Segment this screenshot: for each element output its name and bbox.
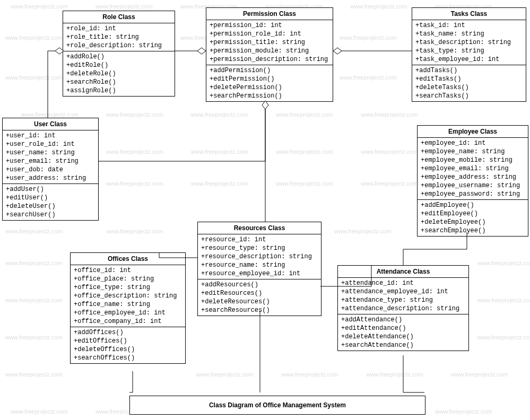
op: +deleteUser() [6, 202, 95, 211]
op: +deleteEmployee() [421, 218, 525, 226]
op: +searchResources() [201, 306, 318, 314]
watermark: www.freeprojectz.com [435, 408, 492, 415]
op: +searchUser() [6, 211, 95, 219]
class-permission: Permission Class +permission_id: int +pe… [206, 7, 333, 102]
op: +searchPermission() [210, 92, 329, 100]
op: +addOffices() [74, 328, 182, 337]
class-permission-ops: +addPermission() +editPermission() +dele… [206, 65, 333, 101]
class-attendance-title: Attendance Class [338, 266, 468, 278]
class-tasks-attrs: +task_id: int +task_name: string +task_d… [412, 20, 526, 65]
watermark: www.freeprojectz.com [276, 180, 333, 187]
op: +deleteOffices() [74, 345, 182, 354]
attr: +role_description: string [66, 41, 171, 50]
class-user-ops: +addUser() +editUser() +deleteUser() +se… [3, 184, 98, 220]
attr: +task_id: int [415, 21, 523, 30]
attr: +office_company_id: int [74, 317, 182, 326]
watermark: www.freeprojectz.com [191, 180, 248, 187]
attr: +attendance_employee_id: int [341, 287, 465, 296]
watermark: www.freeprojectz.com [361, 180, 418, 187]
watermark: www.freeprojectz.com [334, 228, 392, 234]
attr: +employee_password: string [421, 190, 525, 198]
op: +editTasks() [415, 75, 523, 83]
op: +editUser() [6, 194, 95, 202]
diagram-caption: Class Diagram of Office Management Syste… [129, 396, 425, 415]
op: +deleteAttendance() [341, 332, 465, 341]
attr: +office_id: int [74, 266, 182, 275]
watermark: www.freeprojectz.com [191, 148, 248, 155]
class-resources-attrs: +resource_id: int +resource_type: string… [198, 234, 321, 279]
watermark: www.freeprojectz.com [5, 34, 63, 41]
attr: +attendance_type: string [341, 296, 465, 304]
op: +editRole() [66, 61, 171, 69]
attr: +resource_employee_id: int [201, 269, 318, 278]
attr: +permission_id: int [210, 21, 329, 30]
watermark: www.freeprojectz.com [5, 74, 63, 81]
class-attendance: Attendance Class +attendance_id: int +at… [337, 265, 469, 351]
op: +deleteTasks() [415, 83, 523, 92]
attr: +resource_id: int [201, 235, 318, 244]
op: +editEmployee() [421, 209, 525, 218]
op: +editOffices() [74, 337, 182, 345]
watermark: www.freeprojectz.com [106, 180, 163, 187]
watermark: www.freeprojectz.com [281, 371, 338, 378]
class-offices-title: Offices Class [71, 253, 185, 265]
attr: +attendance_description: string [341, 304, 465, 313]
attr: +permission_role_id: int [210, 30, 329, 38]
op: +editResources() [201, 289, 318, 298]
op: +addTasks() [415, 66, 523, 75]
attr: +employee_id: int [421, 139, 525, 147]
watermark: www.freeprojectz.com [106, 111, 163, 118]
class-resources-title: Resources Class [198, 222, 321, 234]
attr: +user_email: string [6, 157, 95, 165]
op: +addResources() [201, 281, 318, 289]
attr: +resource_type: string [201, 244, 318, 252]
attr: +employee_username: string [421, 181, 525, 190]
watermark: www.freeprojectz.com [361, 148, 418, 155]
attr: +user_id: int [6, 132, 95, 140]
op: +searchRole() [66, 78, 171, 86]
class-offices: Offices Class +office_id: int +office_pl… [70, 252, 186, 364]
watermark: www.freeprojectz.com [477, 297, 530, 303]
op: +editAttendance() [341, 324, 465, 332]
attr: +task_employee_id: int [415, 55, 523, 64]
op: +deleteResources() [201, 298, 318, 306]
attr: +employee_mobile: string [421, 156, 525, 164]
class-employee-ops: +addEmployee() +editEmployee() +deleteEm… [418, 200, 528, 236]
op: +addPermission() [210, 66, 329, 75]
class-attendance-attrs: +attendance_id: int +attendance_employee… [338, 278, 468, 314]
op: +searchEmployee() [421, 226, 525, 235]
watermark: www.freeprojectz.com [340, 34, 397, 41]
op: +assignRole() [66, 86, 171, 95]
attr: +role_title: string [66, 33, 171, 41]
attr: +task_name: string [415, 30, 523, 38]
attr: +office_type: string [74, 283, 182, 292]
class-role-title: Role Class [63, 11, 175, 23]
attr: +employee_email: string [421, 164, 525, 173]
watermark: www.freeprojectz.com [11, 3, 68, 10]
watermark: www.freeprojectz.com [5, 260, 63, 266]
attr: +resource_name: string [201, 261, 318, 269]
watermark: www.freeprojectz.com [5, 371, 63, 378]
attr: +employee_name: string [421, 147, 525, 156]
watermark: www.freeprojectz.com [95, 3, 153, 10]
attr: +user_role_id: int [6, 140, 95, 148]
class-offices-ops: +addOffices() +editOffices() +deleteOffi… [71, 327, 185, 363]
attr: +user_dob: date [6, 165, 95, 174]
class-user-title: User Class [3, 118, 98, 130]
watermark: www.freeprojectz.com [276, 148, 333, 155]
class-employee-attrs: +employee_id: int +employee_name: string… [418, 138, 528, 200]
watermark: www.freeprojectz.com [366, 371, 423, 378]
class-role-ops: +addRole() +editRole() +deleteRole() +se… [63, 51, 175, 96]
watermark: www.freeprojectz.com [11, 408, 68, 415]
op: +editPermission() [210, 75, 329, 83]
class-role: Role Class +role_id: int +role_title: st… [63, 11, 175, 97]
attr: +permission_title: string [210, 38, 329, 47]
class-employee: Employee Class +employee_id: int +employ… [417, 125, 528, 237]
attr: +resource_description: string [201, 252, 318, 261]
class-resources: Resources Class +resource_id: int +resou… [197, 222, 322, 316]
op: +addRole() [66, 52, 171, 61]
watermark: www.freeprojectz.com [350, 3, 407, 10]
watermark: www.freeprojectz.com [477, 334, 530, 340]
watermark: www.freeprojectz.com [477, 260, 530, 266]
attr: +user_name: string [6, 148, 95, 157]
